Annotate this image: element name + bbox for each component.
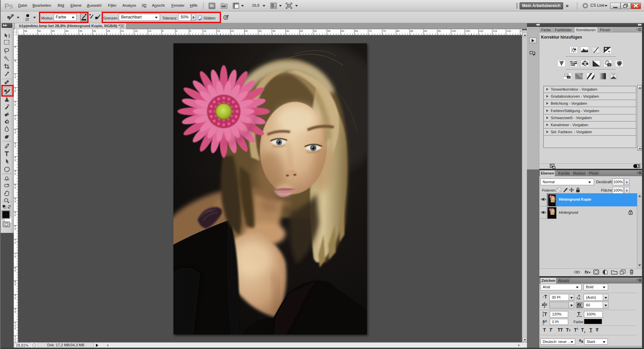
svg-text:V: V (545, 303, 547, 307)
svg-text:T: T (577, 311, 580, 316)
svg-text:A: A (542, 303, 544, 307)
svg-text:A: A (542, 319, 545, 323)
svg-text:A: A (578, 297, 581, 300)
svg-text:a: a (545, 319, 547, 322)
svg-text:Mb: Mb (222, 5, 226, 8)
svg-text:T: T (544, 311, 547, 317)
